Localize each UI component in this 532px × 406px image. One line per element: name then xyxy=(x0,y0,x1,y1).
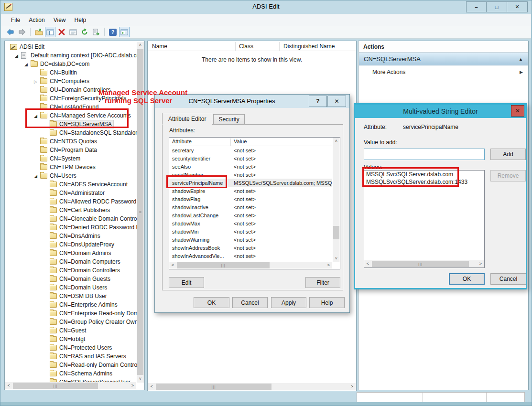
tree-item[interactable]: CN=Group Policy Creator Owners xyxy=(5,318,137,326)
dialog-close-button[interactable]: ✕ xyxy=(327,96,346,107)
tree-item[interactable]: CN=Domain Users xyxy=(5,283,137,292)
tree-item[interactable]: CN=DnsUpdateProxy xyxy=(5,240,137,249)
tree-item[interactable]: CN=Allowed RODC Password Rep xyxy=(5,197,137,206)
attribute-row[interactable]: shadowInactive <not set> xyxy=(169,203,332,211)
attribute-row[interactable]: showInAdvancedVie... <not set> xyxy=(169,252,332,260)
export-list-icon[interactable] xyxy=(91,27,101,37)
tree-item[interactable]: CN=Read-only Domain Controller xyxy=(5,361,137,369)
more-actions-item[interactable]: More Actions ▶ xyxy=(359,67,528,77)
tree-vertical-scrollbar[interactable]: ˄ ≡ ˅ xyxy=(137,42,144,383)
dialog-help-button[interactable]: ? xyxy=(309,96,327,107)
tree-item[interactable]: CN=DnsAdmins xyxy=(5,232,137,240)
tree-item[interactable]: CN=System xyxy=(5,154,137,163)
tree-item[interactable]: CN=Cloneable Domain Controller xyxy=(5,214,137,223)
menu-item[interactable]: Action xyxy=(24,15,49,25)
scroll-right-icon[interactable]: ˃ xyxy=(129,382,136,389)
attribute-row[interactable]: servicePrincipalName MSSQLSvc/SQLServer.… xyxy=(169,179,332,187)
tree-item[interactable]: CN=NTDS Quotas xyxy=(5,137,137,146)
tree-item[interactable]: CN=Domain Guests xyxy=(5,275,137,283)
tree-item[interactable]: CN=Enterprise Read-only Domain xyxy=(5,309,137,318)
scroll-up-icon[interactable]: ˄ xyxy=(137,42,144,49)
tree-item[interactable]: CN=Computers xyxy=(5,77,137,85)
scroll-right-icon[interactable]: ˃ xyxy=(348,383,356,390)
value-to-add-input[interactable] xyxy=(364,149,485,160)
values-horizontal-scrollbar[interactable]: ˂ ||| ˃ xyxy=(364,260,484,267)
scroll-right-icon[interactable]: ˃ xyxy=(325,262,332,269)
tree-expander-icon[interactable] xyxy=(22,61,30,67)
tree-item[interactable]: CN=SQLServerMSA xyxy=(5,120,137,128)
scroll-left-icon[interactable]: ˂ xyxy=(169,262,176,269)
attribute-row[interactable]: showInAddressBook <not set> xyxy=(169,244,332,252)
value-item[interactable]: MSSQLSvc/SQLServer.dslab.com xyxy=(364,171,484,178)
tree-item[interactable]: ADSI Edit xyxy=(5,43,137,51)
delete-icon[interactable] xyxy=(56,27,67,37)
values-listbox[interactable]: MSSQLSvc/SQLServer.dslab.comMSSQLSvc/SQL… xyxy=(364,170,485,268)
forward-icon[interactable] xyxy=(17,27,27,37)
back-icon[interactable] xyxy=(5,27,16,37)
minimize-button[interactable]: – xyxy=(466,1,487,12)
scroll-up-icon[interactable]: ˄ xyxy=(333,138,340,145)
tree-item[interactable]: CN=Guest xyxy=(5,326,137,335)
tree-item[interactable]: Default naming context [DIO-ADC.dslab.co… xyxy=(5,51,137,60)
tree-item[interactable]: OU=Domain Controllers xyxy=(5,85,137,94)
attribute-column-header[interactable]: Attribute xyxy=(172,139,192,144)
menu-item[interactable]: File xyxy=(7,15,24,25)
mvse-titlebar[interactable]: Multi-valued String Editor xyxy=(355,105,526,118)
tab-attribute-editor[interactable]: Attribute Editor xyxy=(162,113,212,125)
tree-item[interactable]: CN=Domain Computers xyxy=(5,257,137,266)
tree-expander-icon[interactable] xyxy=(32,172,39,179)
values-hscrollbar-thumb[interactable]: ||| xyxy=(372,261,469,267)
tree-expander-icon[interactable] xyxy=(13,52,20,59)
attribute-row[interactable]: shadowMin <not set> xyxy=(169,227,332,235)
attribute-row[interactable]: securityIdentifier <not set> xyxy=(169,154,332,162)
scroll-left-icon[interactable]: ˂ xyxy=(148,383,155,390)
column-divider[interactable] xyxy=(235,42,236,51)
help-icon[interactable]: ? xyxy=(108,27,118,37)
tree-item[interactable]: CN=DSM DB User xyxy=(5,292,137,300)
tree-item[interactable]: CN=Administrator xyxy=(5,189,137,197)
scroll-down-icon[interactable]: ˅ xyxy=(137,375,144,383)
refresh-icon[interactable] xyxy=(79,27,90,37)
tree-scrollbar-thumb[interactable]: ≡ xyxy=(137,49,143,375)
scroll-left-icon[interactable]: ˂ xyxy=(364,260,371,267)
apply-button[interactable]: Apply xyxy=(271,297,306,308)
scroll-left-icon[interactable]: ˂ xyxy=(5,382,12,389)
tree-item[interactable]: CN=Denied RODC Password Repli xyxy=(5,223,137,232)
attributes-horizontal-scrollbar[interactable]: ˂ ||| ˃ xyxy=(169,262,332,269)
tree-item[interactable]: CN=Schema Admins xyxy=(5,369,137,378)
ok-button[interactable]: OK xyxy=(194,297,229,308)
attribute-row[interactable]: seeAlso <not set> xyxy=(169,162,332,171)
collapse-icon[interactable]: ▲ xyxy=(519,57,523,62)
close-button[interactable]: ✕ xyxy=(507,1,528,12)
tree-item[interactable]: CN=Enterprise Admins xyxy=(5,300,137,309)
column-header-name[interactable]: Name xyxy=(152,43,167,50)
mvse-close-button[interactable]: ✕ xyxy=(511,105,524,117)
column-header-class[interactable]: Class xyxy=(239,43,253,50)
attribute-row[interactable]: shadowFlag <not set> xyxy=(169,195,332,203)
tree-item[interactable]: CN=TPM Devices xyxy=(5,163,137,171)
attributes-vertical-scrollbar[interactable]: ˄ ˅ xyxy=(333,138,340,262)
mvse-cancel-button[interactable]: Cancel xyxy=(490,273,526,285)
tree-item[interactable]: CN=Domain Admins xyxy=(5,249,137,257)
list-hscrollbar-thumb[interactable]: ||| xyxy=(156,384,271,390)
tree-item[interactable]: CN=LostAndFound xyxy=(5,103,137,111)
column-divider[interactable] xyxy=(279,42,280,51)
tree-item[interactable]: CN=krbtgt xyxy=(5,335,137,343)
cancel-button[interactable]: Cancel xyxy=(232,297,268,308)
scroll-right-icon[interactable]: ˃ xyxy=(477,260,484,267)
filter-button[interactable]: Filter xyxy=(305,277,340,288)
attribute-row[interactable]: shadowLastChange <not set> xyxy=(169,211,332,219)
menu-item[interactable]: Help xyxy=(70,15,91,25)
tree-item[interactable]: CN=Builtin xyxy=(5,68,137,77)
attribute-row[interactable]: shadowExpire <not set> xyxy=(169,187,332,195)
show-console-tree-icon[interactable] xyxy=(45,27,55,37)
tree-item[interactable]: CN=RAS and IAS Servers xyxy=(5,352,137,361)
show-action-pane-icon[interactable] xyxy=(119,27,130,37)
list-horizontal-scrollbar[interactable]: ˂ ||| ˃ xyxy=(148,383,356,390)
attribute-row[interactable]: shadowMax <not set> xyxy=(169,219,332,227)
tree-item[interactable]: CN=Users xyxy=(5,171,137,180)
attributes-scrollbar-thumb[interactable] xyxy=(333,226,339,239)
value-item[interactable]: MSSQLSvc/SQLServer.dslab.com:1433 xyxy=(364,178,484,186)
add-button[interactable]: Add xyxy=(490,149,526,160)
attributes-hscrollbar-thumb[interactable]: ||| xyxy=(177,262,270,268)
